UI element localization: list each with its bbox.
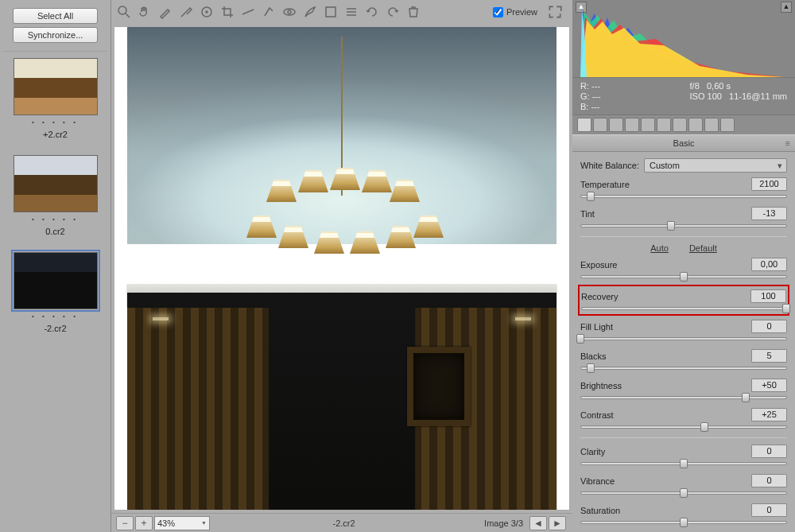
tab-presets-icon[interactable]: [704, 118, 719, 132]
recovery-label: Recovery: [581, 292, 750, 301]
blacks-label: Blacks: [580, 351, 751, 361]
clarity-value[interactable]: 0: [751, 445, 787, 458]
histogram[interactable]: [572, 0, 795, 78]
clarity-label: Clarity: [580, 447, 751, 456]
zoom-out-button[interactable]: −: [116, 516, 134, 530]
thumbnail-image[interactable]: [14, 252, 98, 309]
vibrance-value[interactable]: 0: [751, 474, 787, 487]
zoom-tool-icon[interactable]: [116, 4, 132, 20]
recovery-highlight: Recovery 100: [580, 287, 787, 313]
thumbnail-item[interactable]: • • • • • -2.cr2: [11, 252, 99, 344]
recovery-value[interactable]: 100: [750, 289, 786, 303]
prev-image-button[interactable]: ◄: [529, 516, 547, 530]
brightness-slider[interactable]: [580, 395, 787, 400]
exposure-value[interactable]: 0,00: [751, 258, 787, 271]
saturation-value[interactable]: 0: [751, 503, 787, 517]
spot-removal-icon[interactable]: [261, 4, 277, 20]
temperature-slider[interactable]: [580, 194, 787, 199]
filllight-slider[interactable]: [580, 336, 787, 341]
basic-panel-header[interactable]: Basic: [572, 134, 795, 152]
thumbnail-rating[interactable]: • • • • •: [11, 212, 99, 225]
tab-basic-icon[interactable]: [577, 118, 591, 132]
tint-slider[interactable]: [580, 223, 787, 228]
tab-camera-icon[interactable]: [688, 118, 703, 132]
contrast-value[interactable]: +25: [751, 408, 787, 421]
straighten-tool-icon[interactable]: [240, 4, 256, 20]
temperature-value[interactable]: 2100: [751, 177, 787, 191]
toggle-fullscreen-icon[interactable]: [547, 4, 563, 20]
filllight-label: Fill Light: [580, 322, 751, 332]
tab-detail-icon[interactable]: [609, 118, 623, 132]
temperature-label: Temperature: [580, 180, 751, 189]
tint-slider-block: Tint -13: [580, 207, 787, 228]
adjustment-brush-icon[interactable]: [302, 4, 318, 20]
thumbnail-item[interactable]: • • • • • 0.cr2: [11, 155, 99, 247]
trash-icon[interactable]: [405, 4, 421, 20]
svg-point-0: [118, 6, 126, 14]
recovery-slider[interactable]: [581, 306, 786, 311]
readout-r: R: ---: [580, 81, 601, 91]
preferences-icon[interactable]: [343, 4, 359, 20]
tab-curve-icon[interactable]: [593, 118, 607, 132]
image-canvas[interactable]: [114, 26, 570, 511]
thumbnail-rating[interactable]: • • • • •: [11, 309, 99, 322]
svg-point-2: [202, 7, 211, 17]
color-sampler-icon[interactable]: [178, 4, 194, 20]
basic-panel-body: White Balance: Custom Temperature 2100 T…: [572, 152, 795, 532]
auto-link[interactable]: Auto: [650, 243, 669, 253]
exif-iso: ISO 100: [690, 91, 722, 101]
crop-tool-icon[interactable]: [219, 4, 235, 20]
graduated-filter-icon[interactable]: [323, 4, 339, 20]
clarity-slider[interactable]: [580, 461, 787, 466]
tab-lens-icon[interactable]: [657, 118, 671, 132]
tab-fx-icon[interactable]: [673, 118, 687, 132]
saturation-slider[interactable]: [580, 520, 787, 525]
zoom-in-button[interactable]: +: [135, 516, 153, 530]
contrast-label: Contrast: [580, 410, 751, 420]
target-adjust-icon[interactable]: [199, 4, 215, 20]
filllight-value[interactable]: 0: [751, 320, 787, 333]
wb-label: White Balance:: [580, 161, 639, 170]
thumbnail-image[interactable]: [14, 58, 98, 115]
brightness-value[interactable]: +50: [751, 379, 787, 392]
default-link[interactable]: Default: [689, 243, 717, 253]
wb-select[interactable]: Custom: [644, 158, 787, 173]
readout-g: G: ---: [580, 91, 601, 101]
next-image-button[interactable]: ►: [549, 516, 566, 530]
exposure-slider[interactable]: [580, 274, 787, 279]
tint-value[interactable]: -13: [751, 207, 787, 220]
panel-tabs: [572, 115, 795, 134]
exif-shutter: 0,60 s: [707, 81, 731, 91]
synchronize-button[interactable]: Synchronize...: [13, 27, 98, 43]
exposure-slider-block: Exposure 0,00: [580, 258, 787, 279]
brightness-label: Brightness: [580, 381, 751, 390]
contrast-slider[interactable]: [580, 425, 787, 429]
select-all-button[interactable]: Select All: [13, 8, 98, 24]
blacks-slider[interactable]: [580, 366, 787, 371]
thumbnail-item[interactable]: • • • • • +2.cr2: [11, 58, 99, 150]
tab-split-icon[interactable]: [641, 118, 655, 132]
exif-info: R: --- G: --- B: --- f/8 0,60 s ISO 100 …: [572, 78, 795, 115]
vibrance-slider-block: Vibrance 0: [580, 474, 787, 495]
thumbnail-rating[interactable]: • • • • •: [11, 115, 99, 128]
contrast-slider-block: Contrast +25: [580, 408, 787, 429]
readout-b: B: ---: [580, 102, 601, 111]
preview-checkbox-input[interactable]: [493, 7, 503, 17]
svg-point-5: [288, 10, 291, 14]
zoom-level-select[interactable]: 43%: [154, 516, 210, 530]
thumbnail-label: -2.cr2: [11, 322, 99, 344]
rotate-ccw-icon[interactable]: [364, 4, 380, 20]
rotate-cw-icon[interactable]: [385, 4, 401, 20]
blacks-value[interactable]: 5: [751, 349, 787, 363]
redeye-icon[interactable]: [281, 4, 297, 20]
temperature-slider-block: Temperature 2100: [580, 177, 787, 199]
hand-tool-icon[interactable]: [137, 4, 153, 20]
preview-checkbox[interactable]: Preview: [493, 7, 537, 17]
tab-snapshots-icon[interactable]: [720, 118, 735, 132]
tab-hsl-icon[interactable]: [625, 118, 639, 132]
bottom-bar: − + 43% -2.cr2 Image 3/3 ◄ ►: [111, 513, 572, 532]
thumbnail-image[interactable]: [14, 155, 98, 212]
wb-tool-icon[interactable]: [157, 4, 173, 20]
toolbar: Preview: [111, 0, 572, 24]
vibrance-slider[interactable]: [580, 491, 787, 495]
